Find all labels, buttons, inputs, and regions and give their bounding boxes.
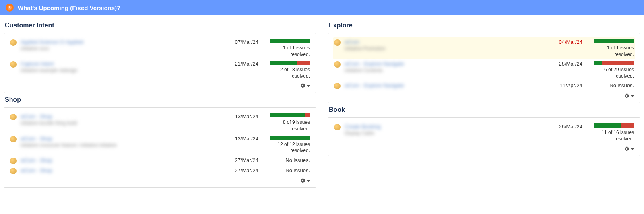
panel-menu-button[interactable] [623, 93, 635, 100]
version-subtext: initiative xxxx [21, 46, 222, 51]
version-name[interactable]: Capture Intent [21, 61, 222, 67]
gear-icon [624, 146, 629, 152]
version-subtext: Display Cabin [345, 130, 546, 136]
version-subtext: initiative Contents [345, 68, 546, 73]
version-date: 27/Mar/24 [222, 167, 258, 173]
version-name[interactable]: wCom - Shop [21, 113, 222, 119]
version-main: wCom - Shopinitiative bundle thing build [21, 113, 222, 126]
progress-label: 8 of 9 issues resolved. [266, 119, 310, 132]
version-icon [334, 61, 341, 68]
columns: Customer IntentApplied Science CI Applie… [0, 15, 644, 192]
chevron-down-icon [631, 148, 634, 150]
version-row[interactable]: wCom - Shop27/Mar/24No issues. [9, 156, 311, 166]
version-panel: Create BookingDisplay Cabin26/Mar/2411 o… [328, 117, 640, 156]
version-icon [10, 114, 17, 120]
version-name[interactable]: wCom - Shop [21, 157, 222, 163]
chevron-down-icon [631, 95, 634, 97]
version-icon [334, 83, 341, 89]
progress-label: 1 of 1 issues resolved. [590, 45, 634, 58]
version-date: 28/Mar/24 [546, 61, 582, 67]
version-row[interactable]: wCom - Shopinitiative crossover feature … [9, 134, 311, 156]
version-row[interactable]: Capture Intentinitiative example redesig… [9, 59, 311, 81]
version-row[interactable]: wCom - Shop27/Mar/24No issues. [9, 166, 311, 176]
version-main: wCom - Explore Navigateinitiative Conten… [345, 61, 546, 73]
version-row[interactable]: wCom - Explore Navigateinitiative Conten… [333, 59, 635, 81]
version-panel: wCominitiative Promotion04/Mar/241 of 1 … [328, 33, 640, 103]
version-icon [10, 39, 17, 46]
version-row[interactable]: wCom - Shopinitiative bundle thing build… [9, 112, 311, 134]
panel-menu-button[interactable] [299, 82, 311, 90]
version-main: wCom - Explore Navigate [345, 82, 546, 88]
progress-bar[interactable] [594, 39, 634, 43]
version-date: 21/Mar/24 [222, 61, 258, 67]
version-main: wCom - Shop [21, 167, 222, 173]
version-icon [10, 61, 17, 68]
section-title: Explore [329, 22, 640, 29]
version-row[interactable]: Applied Science CI Appliedinitiative xxx… [9, 37, 311, 59]
version-progress: No issues. [266, 157, 310, 163]
section-title: Shop [5, 96, 316, 103]
version-name[interactable]: wCom - Shop [21, 136, 222, 142]
progress-label: 12 of 12 issues resolved. [266, 142, 310, 154]
progress-bar[interactable] [270, 39, 310, 43]
version-progress: 1 of 1 issues resolved. [590, 39, 634, 58]
version-panel: Applied Science CI Appliedinitiative xxx… [4, 33, 316, 93]
no-issues-label: No issues. [285, 167, 310, 173]
version-progress: No issues. [266, 167, 310, 173]
version-icon [10, 136, 17, 142]
progress-label: 6 of 29 issues resolved. [590, 67, 634, 79]
version-row[interactable]: Create BookingDisplay Cabin26/Mar/2411 o… [333, 122, 635, 144]
section-title: Book [329, 106, 640, 113]
progress-label: 12 of 18 issues resolved. [266, 67, 310, 79]
panel-footer [9, 176, 311, 185]
version-progress: 12 of 18 issues resolved. [266, 61, 310, 79]
version-name[interactable]: wCom - Explore Navigate [345, 61, 546, 67]
version-name[interactable]: wCom - Explore Navigate [345, 82, 546, 88]
version-subtext: initiative example redesign [21, 68, 222, 73]
version-main: wCom - Shopinitiative crossover feature … [21, 136, 222, 148]
progress-bar[interactable] [270, 61, 310, 65]
gear-icon [300, 178, 305, 184]
version-subtext: initiative crossover feature i initiativ… [21, 142, 222, 148]
version-progress: 12 of 12 issues resolved. [266, 136, 310, 154]
panel-footer [333, 144, 635, 153]
version-panel: wCom - Shopinitiative bundle thing build… [4, 107, 316, 187]
section-title: Customer Intent [5, 22, 316, 29]
version-date: 13/Mar/24 [222, 136, 258, 142]
version-name[interactable]: Create Booking [345, 123, 546, 130]
progress-bar[interactable] [594, 123, 634, 128]
version-date: 26/Mar/24 [546, 123, 582, 130]
panel-menu-button[interactable] [623, 146, 635, 153]
panel-menu-button[interactable] [299, 177, 311, 185]
version-name[interactable]: wCom [345, 39, 546, 45]
version-row[interactable]: wCom - Explore Navigate11/Apr/24No issue… [333, 81, 635, 91]
version-icon [334, 124, 341, 130]
version-main: wCominitiative Promotion [345, 39, 546, 51]
version-icon [10, 158, 17, 164]
version-progress: 1 of 1 issues resolved. [266, 39, 310, 58]
calendar-icon [6, 4, 14, 12]
version-subtext: initiative Promotion [345, 46, 546, 51]
panel-footer [9, 81, 311, 90]
no-issues-label: No issues. [285, 157, 310, 163]
version-row[interactable]: wCominitiative Promotion04/Mar/241 of 1 … [333, 37, 635, 59]
progress-bar[interactable] [270, 113, 310, 117]
version-date: 27/Mar/24 [222, 157, 258, 163]
version-name[interactable]: wCom - Shop [21, 167, 222, 173]
progress-bar[interactable] [270, 136, 310, 140]
chevron-down-icon [307, 85, 310, 87]
chevron-down-icon [307, 180, 310, 182]
version-progress: 8 of 9 issues resolved. [266, 113, 310, 132]
gadget-title: What's Upcoming (Fixed Versions)? [18, 4, 120, 11]
version-icon [334, 39, 341, 46]
version-date: 11/Apr/24 [546, 82, 582, 88]
version-progress: 11 of 16 issues resolved. [590, 123, 634, 142]
gadget-header: What's Upcoming (Fixed Versions)? [0, 0, 644, 15]
panel-footer [333, 91, 635, 100]
gear-icon [300, 83, 305, 89]
progress-label: 11 of 16 issues resolved. [590, 130, 634, 142]
version-name[interactable]: Applied Science CI Applied [21, 39, 222, 45]
version-icon [10, 168, 17, 174]
progress-bar[interactable] [594, 61, 634, 65]
version-subtext: initiative bundle thing build [21, 120, 222, 126]
